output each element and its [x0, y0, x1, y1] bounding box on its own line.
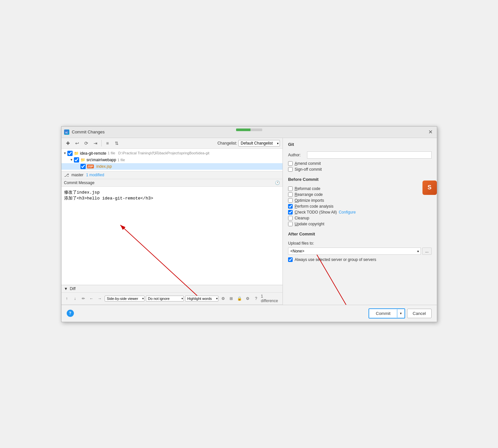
commit-message-label: Commit Message: [64, 181, 94, 185]
help-button[interactable]: ?: [67, 310, 74, 317]
diff-nav-down[interactable]: ↓: [72, 295, 78, 302]
update-copyright-row: Update copyright: [288, 222, 432, 226]
before-commit-section: Before Commit Reformat code Rearrange co…: [288, 177, 432, 226]
diff-columns-icon[interactable]: ⊞: [228, 295, 235, 302]
changelist-select[interactable]: Default Changelist: [238, 140, 280, 146]
upload-select[interactable]: <None>: [288, 248, 421, 255]
commit-message-header: Commit Message 🕐: [61, 179, 283, 187]
jsp-icon: JSP: [87, 164, 94, 168]
amend-commit-checkbox[interactable]: [288, 161, 293, 166]
diff-settings-icon[interactable]: ⚙: [220, 295, 227, 302]
file-tree-wrapper: ▼ 📁 idea-git-remote 1 file D:\Practical …: [61, 149, 283, 171]
changelist-label: Changelist:: [217, 141, 237, 146]
main-content: ✚ ↩ ⟳ ⇥ ≡ ⇅ Changelist: Default Changeli…: [61, 138, 437, 305]
diff-nav-up[interactable]: ↑: [63, 295, 70, 302]
changelist-dropdown-wrapper: Default Changelist ▾: [238, 140, 280, 146]
upload-label: Upload files to:: [288, 241, 432, 246]
collapse-button[interactable]: ⇅: [113, 139, 121, 147]
always-use-checkbox[interactable]: [288, 257, 293, 262]
reformat-code-label: Reformat code: [295, 186, 320, 191]
diff-lock-icon[interactable]: 🔒: [236, 295, 243, 302]
svg-text:IC: IC: [65, 131, 68, 134]
tree-item-root[interactable]: ▼ 📁 idea-git-remote 1 file D:\Practical …: [61, 150, 283, 157]
close-button[interactable]: ✕: [427, 129, 434, 136]
filename-webapp: src\main\webapp: [87, 158, 116, 162]
signoff-row: Sign-off commit: [288, 167, 432, 172]
viewer-select[interactable]: Side-by-side viewer Unified viewer: [105, 296, 145, 302]
diff-count: 1 difference: [261, 294, 281, 303]
highlight-dropdown-wrapper: Highlight words Highlight chars No highl…: [185, 296, 218, 302]
modified-badge[interactable]: 1 modified: [86, 173, 104, 177]
diff-section: ▼ Diff ↑ ↓ ✏ ← → Side-by-side viewer Uni…: [61, 285, 283, 305]
check-todo-label: Check TODO (Show All): [295, 210, 337, 215]
commit-dialog: IC Commit Changes ✕ ✚ ↩ ⟳ ⇥ ≡ ⇅ Changeli…: [61, 126, 437, 322]
reformat-code-checkbox[interactable]: [288, 186, 293, 191]
toggle-root[interactable]: ▼: [63, 151, 67, 155]
progress-bar-outer: [236, 129, 262, 131]
fileinfo-webapp: 1 file: [117, 158, 125, 162]
commit-message-wrapper: Commit Message 🕐 修改了index.jsp 添加了<h3>hel…: [61, 179, 283, 285]
check-todo-checkbox[interactable]: [288, 210, 293, 215]
left-panel: ✚ ↩ ⟳ ⇥ ≡ ⇅ Changelist: Default Changeli…: [61, 138, 283, 305]
right-panel: S Git Author: Amend comm: [283, 138, 437, 305]
diff-nav-next[interactable]: →: [96, 295, 103, 302]
diff-label: Diff: [70, 286, 76, 291]
author-row: Author:: [288, 151, 432, 159]
cleanup-label: Cleanup: [295, 216, 309, 220]
progress-bar-inner: [236, 129, 250, 131]
filename-index: index.jsp: [96, 164, 112, 169]
clock-icon[interactable]: 🕐: [275, 181, 280, 185]
add-button[interactable]: ✚: [64, 139, 72, 147]
browse-button[interactable]: ...: [422, 248, 431, 255]
rollback-button[interactable]: ↩: [73, 139, 81, 147]
cancel-button[interactable]: Cancel: [407, 309, 431, 318]
amend-commit-label: Amend commit: [295, 161, 321, 166]
cleanup-checkbox[interactable]: [288, 216, 293, 220]
rearrange-code-checkbox[interactable]: [288, 192, 293, 197]
title-bar: IC Commit Changes ✕: [61, 127, 437, 138]
viewer-dropdown-wrapper: Side-by-side viewer Unified viewer ▾: [105, 296, 145, 302]
ignore-select[interactable]: Do not ignore Ignore whitespace: [146, 296, 184, 302]
update-copyright-checkbox[interactable]: [288, 222, 293, 226]
author-label: Author:: [288, 153, 304, 157]
expand-button[interactable]: ≡: [104, 139, 112, 147]
upload-row: <None> ▾ ...: [288, 248, 432, 255]
diff-toggle-icon: ▼: [64, 286, 68, 291]
amend-commit-row: Amend commit: [288, 161, 432, 166]
highlight-select[interactable]: Highlight words Highlight chars No highl…: [185, 296, 218, 302]
diff-gear2-icon[interactable]: ⚙: [244, 295, 251, 302]
always-use-label: Always use selected server or group of s…: [295, 257, 376, 262]
optimize-imports-checkbox[interactable]: [288, 198, 293, 203]
author-input[interactable]: [307, 151, 432, 159]
diff-edit-btn[interactable]: ✏: [80, 295, 87, 302]
code-analysis-label: Perform code analysis: [295, 204, 334, 209]
checkbox-webapp[interactable]: [74, 157, 79, 163]
sonar-logo: S: [422, 181, 437, 195]
action-bar: ? Commit ▾ Cancel: [61, 305, 437, 322]
folder-icon-webapp: 📁: [80, 158, 85, 162]
code-analysis-checkbox[interactable]: [288, 204, 293, 209]
refresh-button[interactable]: ⟳: [82, 139, 90, 147]
commit-dropdown-button[interactable]: ▾: [397, 309, 404, 318]
rearrange-code-row: Rearrange code: [288, 192, 432, 197]
move-button[interactable]: ⇥: [92, 139, 99, 147]
diff-help-icon[interactable]: ?: [252, 295, 259, 302]
checkbox-root[interactable]: [67, 151, 73, 156]
app-icon: IC: [64, 129, 69, 135]
checkbox-index[interactable]: [80, 164, 86, 169]
signoff-label: Sign-off commit: [295, 167, 322, 172]
diff-header[interactable]: ▼ Diff: [61, 285, 283, 293]
git-section: Git Author: Amend commit Sign-off commit: [288, 142, 432, 172]
toggle-webapp[interactable]: ▼: [69, 158, 74, 162]
signoff-checkbox[interactable]: [288, 167, 293, 172]
always-use-row: Always use selected server or group of s…: [288, 257, 432, 262]
rearrange-code-label: Rearrange code: [295, 192, 323, 197]
tree-item-webapp[interactable]: ▼ 📁 src\main\webapp 1 file: [61, 157, 283, 163]
configure-link[interactable]: Configure: [339, 210, 356, 215]
diff-nav-prev[interactable]: ←: [88, 295, 95, 302]
commit-button[interactable]: Commit: [369, 309, 397, 318]
tree-item-index[interactable]: JSP index.jsp: [61, 163, 283, 170]
optimize-imports-label: Optimize imports: [295, 198, 324, 203]
update-copyright-label: Update copyright: [295, 222, 324, 226]
commit-message-textarea[interactable]: 修改了index.jsp 添加了<h3>hello idea-git-remot…: [61, 187, 283, 285]
